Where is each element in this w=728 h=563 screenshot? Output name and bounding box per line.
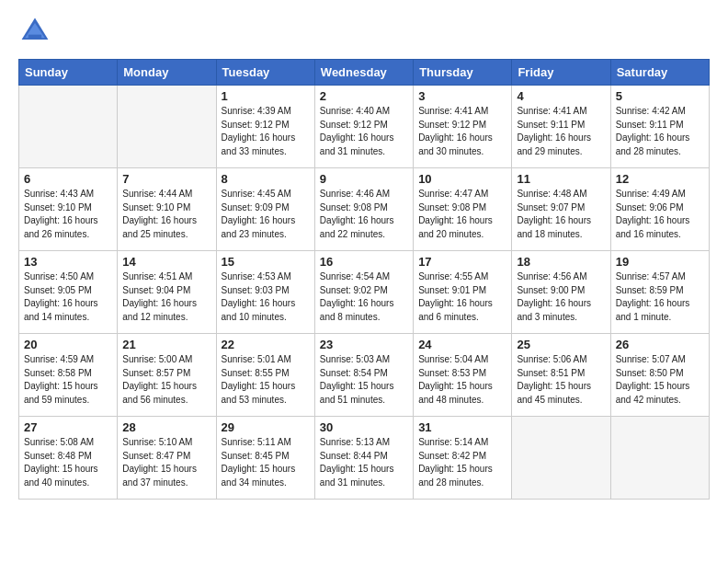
day-number: 16 [320,255,408,269]
day-number: 22 [222,338,310,351]
calendar-cell: 10Sunrise: 4:47 AM Sunset: 9:08 PM Dayli… [414,168,512,251]
logo-icon [18,15,51,48]
calendar-cell: 6Sunrise: 4:43 AM Sunset: 9:10 PM Daylig… [19,168,118,251]
calendar-cell [19,86,118,168]
calendar-cell: 27Sunrise: 5:08 AM Sunset: 8:48 PM Dayli… [19,417,118,500]
day-info: Sunrise: 4:47 AM Sunset: 9:08 PM Dayligh… [418,188,506,241]
weekday-header: Wednesday [314,60,413,86]
day-number: 10 [418,172,506,186]
day-info: Sunrise: 4:55 AM Sunset: 9:01 PM Dayligh… [418,270,506,324]
day-number: 26 [616,338,704,351]
day-number: 5 [616,89,704,103]
day-number: 31 [418,420,506,434]
calendar-week-row: 27Sunrise: 5:08 AM Sunset: 8:48 PM Dayli… [19,417,710,500]
day-number: 3 [418,89,506,103]
calendar-cell: 5Sunrise: 4:42 AM Sunset: 9:11 PM Daylig… [610,86,709,168]
day-info: Sunrise: 4:59 AM Sunset: 8:58 PM Dayligh… [24,353,112,407]
day-info: Sunrise: 4:56 AM Sunset: 9:00 PM Dayligh… [517,270,605,324]
day-info: Sunrise: 4:41 AM Sunset: 9:11 PM Dayligh… [517,105,605,158]
page: SundayMondayTuesdayWednesdayThursdayFrid… [0,0,728,514]
day-number: 15 [222,255,310,269]
day-info: Sunrise: 4:42 AM Sunset: 9:11 PM Dayligh… [616,105,704,158]
calendar-cell: 30Sunrise: 5:13 AM Sunset: 8:44 PM Dayli… [314,417,413,500]
day-number: 12 [616,172,704,186]
calendar-cell: 31Sunrise: 5:14 AM Sunset: 8:42 PM Dayli… [414,417,512,500]
weekday-header: Thursday [414,60,512,86]
calendar-cell: 23Sunrise: 5:03 AM Sunset: 8:54 PM Dayli… [314,334,413,417]
day-info: Sunrise: 5:04 AM Sunset: 8:53 PM Dayligh… [418,353,506,407]
day-info: Sunrise: 4:44 AM Sunset: 9:10 PM Dayligh… [122,188,210,241]
day-number: 1 [222,89,310,103]
calendar-cell: 21Sunrise: 5:00 AM Sunset: 8:57 PM Dayli… [118,334,216,417]
calendar-cell: 11Sunrise: 4:48 AM Sunset: 9:07 PM Dayli… [512,168,610,251]
day-number: 4 [517,89,605,103]
calendar-week-row: 6Sunrise: 4:43 AM Sunset: 9:10 PM Daylig… [19,168,710,251]
day-info: Sunrise: 5:07 AM Sunset: 8:50 PM Dayligh… [616,353,704,407]
weekday-header: Saturday [610,60,709,86]
day-info: Sunrise: 4:46 AM Sunset: 9:08 PM Dayligh… [320,188,408,241]
weekday-header: Sunday [19,60,118,86]
calendar-cell: 15Sunrise: 4:53 AM Sunset: 9:03 PM Dayli… [216,251,314,334]
calendar-cell: 9Sunrise: 4:46 AM Sunset: 9:08 PM Daylig… [314,168,413,251]
calendar-cell: 24Sunrise: 5:04 AM Sunset: 8:53 PM Dayli… [414,334,512,417]
day-info: Sunrise: 4:48 AM Sunset: 9:07 PM Dayligh… [517,188,605,241]
day-info: Sunrise: 5:08 AM Sunset: 8:48 PM Dayligh… [24,436,112,489]
calendar-cell: 4Sunrise: 4:41 AM Sunset: 9:11 PM Daylig… [512,86,610,168]
day-number: 29 [222,420,310,434]
day-number: 25 [517,338,605,351]
weekday-header: Friday [512,60,610,86]
day-number: 13 [24,255,112,269]
calendar-week-row: 1Sunrise: 4:39 AM Sunset: 9:12 PM Daylig… [19,86,710,168]
day-info: Sunrise: 4:49 AM Sunset: 9:06 PM Dayligh… [616,188,704,241]
calendar-cell: 18Sunrise: 4:56 AM Sunset: 9:00 PM Dayli… [512,251,610,334]
header [18,15,710,48]
calendar-cell: 14Sunrise: 4:51 AM Sunset: 9:04 PM Dayli… [118,251,216,334]
calendar-cell: 8Sunrise: 4:45 AM Sunset: 9:09 PM Daylig… [216,168,314,251]
day-info: Sunrise: 5:10 AM Sunset: 8:47 PM Dayligh… [122,436,210,489]
calendar-header-row: SundayMondayTuesdayWednesdayThursdayFrid… [19,60,710,86]
calendar-cell: 12Sunrise: 4:49 AM Sunset: 9:06 PM Dayli… [610,168,709,251]
day-number: 24 [418,338,506,351]
day-number: 27 [24,420,112,434]
day-info: Sunrise: 4:40 AM Sunset: 9:12 PM Dayligh… [320,105,408,158]
day-info: Sunrise: 5:00 AM Sunset: 8:57 PM Dayligh… [122,353,210,407]
weekday-header: Tuesday [216,60,314,86]
day-info: Sunrise: 4:54 AM Sunset: 9:02 PM Dayligh… [320,270,408,324]
day-info: Sunrise: 4:53 AM Sunset: 9:03 PM Dayligh… [222,270,310,324]
day-number: 18 [517,255,605,269]
day-info: Sunrise: 4:50 AM Sunset: 9:05 PM Dayligh… [24,270,112,324]
calendar-cell [512,417,610,500]
calendar-cell [610,417,709,500]
calendar-cell: 28Sunrise: 5:10 AM Sunset: 8:47 PM Dayli… [118,417,216,500]
day-number: 14 [122,255,210,269]
day-info: Sunrise: 4:45 AM Sunset: 9:09 PM Dayligh… [222,188,310,241]
day-number: 8 [222,172,310,186]
day-info: Sunrise: 4:39 AM Sunset: 9:12 PM Dayligh… [222,105,310,158]
svg-rect-2 [28,35,41,40]
day-number: 21 [122,338,210,351]
day-info: Sunrise: 4:41 AM Sunset: 9:12 PM Dayligh… [418,105,506,158]
calendar-cell: 25Sunrise: 5:06 AM Sunset: 8:51 PM Dayli… [512,334,610,417]
day-info: Sunrise: 5:01 AM Sunset: 8:55 PM Dayligh… [222,353,310,407]
day-info: Sunrise: 5:13 AM Sunset: 8:44 PM Dayligh… [320,436,408,489]
logo [18,15,57,48]
day-info: Sunrise: 5:11 AM Sunset: 8:45 PM Dayligh… [222,436,310,489]
calendar-cell: 3Sunrise: 4:41 AM Sunset: 9:12 PM Daylig… [414,86,512,168]
calendar-cell: 26Sunrise: 5:07 AM Sunset: 8:50 PM Dayli… [610,334,709,417]
calendar-cell: 13Sunrise: 4:50 AM Sunset: 9:05 PM Dayli… [19,251,118,334]
day-info: Sunrise: 4:43 AM Sunset: 9:10 PM Dayligh… [24,188,112,241]
day-info: Sunrise: 5:14 AM Sunset: 8:42 PM Dayligh… [418,436,506,489]
calendar-cell: 16Sunrise: 4:54 AM Sunset: 9:02 PM Dayli… [314,251,413,334]
day-number: 20 [24,338,112,351]
calendar-week-row: 20Sunrise: 4:59 AM Sunset: 8:58 PM Dayli… [19,334,710,417]
calendar-cell: 1Sunrise: 4:39 AM Sunset: 9:12 PM Daylig… [216,86,314,168]
calendar-cell: 7Sunrise: 4:44 AM Sunset: 9:10 PM Daylig… [118,168,216,251]
calendar-cell: 29Sunrise: 5:11 AM Sunset: 8:45 PM Dayli… [216,417,314,500]
calendar-cell: 22Sunrise: 5:01 AM Sunset: 8:55 PM Dayli… [216,334,314,417]
day-info: Sunrise: 5:06 AM Sunset: 8:51 PM Dayligh… [517,353,605,407]
calendar-table: SundayMondayTuesdayWednesdayThursdayFrid… [18,59,710,500]
day-number: 6 [24,172,112,186]
calendar-cell: 20Sunrise: 4:59 AM Sunset: 8:58 PM Dayli… [19,334,118,417]
day-number: 19 [616,255,704,269]
day-number: 17 [418,255,506,269]
